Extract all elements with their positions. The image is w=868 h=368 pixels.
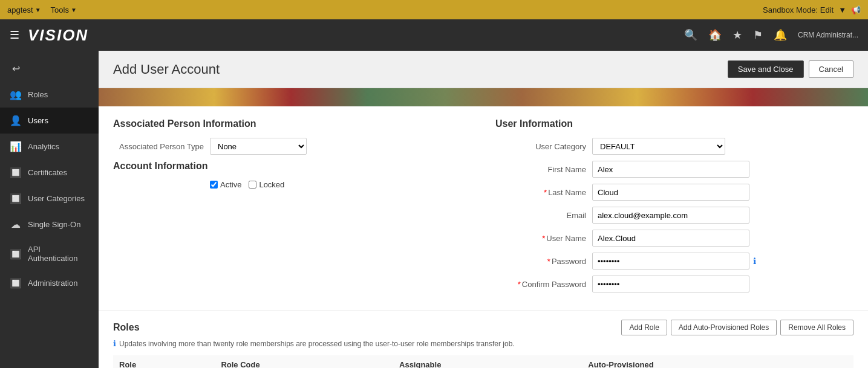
last-name-group: Last Name — [495, 184, 853, 201]
user-info-section-title: User Information — [495, 118, 853, 129]
password-info-icon[interactable]: ℹ — [753, 256, 756, 266]
flag-icon[interactable]: ⚑ — [753, 28, 763, 42]
certificates-icon: 🔲 — [10, 167, 22, 178]
col-assignable: Assignable — [393, 355, 582, 368]
bell-icon[interactable]: 🔔 — [774, 28, 787, 42]
password-group: Password ℹ — [495, 253, 853, 270]
star-icon[interactable]: ★ — [733, 28, 742, 42]
username-label: User Name — [495, 234, 586, 243]
password-input[interactable] — [592, 253, 749, 270]
form-two-columns: Associated Person Information Associated… — [113, 118, 853, 299]
left-column: Associated Person Information Associated… — [113, 118, 471, 299]
last-name-input[interactable] — [592, 184, 749, 201]
roles-table: Role Role Code Assignable Auto-Provision… — [113, 355, 853, 368]
sidebar-sso-label: Single Sign-On — [28, 220, 80, 229]
user-category-select[interactable]: DEFAULT — [592, 138, 725, 155]
add-role-button[interactable]: Add Role — [621, 320, 667, 335]
page-title: Add User Account — [113, 62, 220, 77]
active-locked-group: Active Locked — [210, 180, 471, 189]
roles-info: ℹ Updates involving more than twenty rol… — [113, 339, 853, 348]
username-input[interactable] — [592, 230, 749, 247]
person-type-select[interactable]: None — [210, 138, 307, 155]
header-left: ☰ VISION — [10, 26, 88, 45]
roles-icon: 👥 — [10, 89, 22, 100]
apgtest-arrow: ▼ — [35, 7, 41, 13]
password-label: Password — [495, 257, 586, 266]
locked-label: Locked — [259, 180, 284, 189]
page-header: Add User Account Save and Close Cancel — [99, 51, 868, 88]
sidebar-collapse[interactable]: ↩ — [0, 56, 99, 82]
sidebar-user-categories-label: User Categories — [28, 194, 85, 203]
administration-icon: 🔲 — [10, 277, 22, 289]
tools-arrow: ▼ — [71, 7, 77, 13]
search-icon[interactable]: 🔍 — [684, 28, 697, 42]
email-label: Email — [495, 211, 586, 220]
save-and-close-button[interactable]: Save and Close — [728, 60, 804, 78]
form-area: Associated Person Information Associated… — [99, 106, 868, 311]
sidebar-roles-label: Roles — [28, 90, 48, 99]
tools-label: Tools — [51, 5, 69, 15]
add-auto-provisioned-roles-button[interactable]: Add Auto-Provisioned Roles — [671, 320, 777, 335]
username-group: User Name — [495, 230, 853, 247]
sidebar-administration-label: Administration — [28, 279, 77, 288]
sidebar-item-user-categories[interactable]: 🔲 User Categories — [0, 186, 99, 211]
sidebar-analytics-label: Analytics — [28, 142, 59, 151]
email-input[interactable] — [592, 207, 749, 224]
user-category-label: User Category — [495, 142, 586, 151]
sidebar-item-analytics[interactable]: 📊 Analytics — [0, 134, 99, 160]
confirm-password-input[interactable] — [592, 276, 749, 292]
home-icon[interactable]: 🏠 — [708, 28, 722, 42]
active-label: Active — [220, 180, 241, 189]
sidebar-item-users[interactable]: 👤 Users — [0, 108, 99, 134]
active-checkbox[interactable] — [210, 181, 218, 189]
sidebar-item-roles[interactable]: 👥 Roles — [0, 82, 99, 108]
locked-checkbox[interactable] — [249, 181, 256, 189]
app-logo: VISION — [28, 26, 88, 45]
col-role-code: Role Code — [215, 355, 393, 368]
last-name-label: Last Name — [495, 188, 586, 197]
sidebar-item-certificates[interactable]: 🔲 Certificates — [0, 160, 99, 186]
sidebar-item-single-sign-on[interactable]: ☁ Single Sign-On — [0, 211, 99, 237]
confirm-password-group: Confirm Password — [495, 276, 853, 292]
email-group: Email — [495, 207, 853, 224]
banner-image — [99, 88, 868, 106]
first-name-input[interactable] — [592, 161, 749, 178]
person-type-label: Associated Person Type — [113, 142, 204, 151]
roles-section-title: Roles — [113, 322, 140, 333]
first-name-group: First Name — [495, 161, 853, 178]
sandbox-label: Sandbox Mode: Edit — [763, 5, 834, 15]
main-content: Add User Account Save and Close Cancel A… — [99, 51, 868, 368]
cancel-button[interactable]: Cancel — [809, 60, 853, 78]
header-actions: Save and Close Cancel — [728, 60, 853, 78]
tools-menu[interactable]: Tools ▼ — [51, 5, 77, 15]
sidebar-users-label: Users — [28, 116, 48, 125]
active-checkbox-label[interactable]: Active — [210, 180, 241, 189]
hamburger-menu-icon[interactable]: ☰ — [10, 28, 19, 42]
analytics-icon: 📊 — [10, 141, 22, 152]
header-right: 🔍 🏠 ★ ⚑ 🔔 CRM Administrat... — [684, 28, 858, 42]
collapse-icon: ↩ — [10, 63, 22, 74]
confirm-password-label: Confirm Password — [495, 280, 586, 289]
sidebar-certificates-label: Certificates — [28, 168, 67, 177]
sandbox-arrow: ▼ — [838, 5, 846, 15]
roles-header: Roles Add Role Add Auto-Provisioned Role… — [113, 320, 853, 335]
apgtest-menu[interactable]: apgtest ▼ — [7, 5, 41, 15]
col-role: Role — [113, 355, 215, 368]
col-auto-provisioned: Auto-Provisioned — [582, 355, 853, 368]
sidebar: ↩ 👥 Roles 👤 Users 📊 Analytics 🔲 Certific… — [0, 51, 99, 368]
sidebar-item-api-auth[interactable]: 🔲 API Authentication — [0, 237, 99, 270]
roles-actions: Add Role Add Auto-Provisioned Roles Remo… — [621, 320, 853, 335]
remove-all-roles-button[interactable]: Remove All Roles — [780, 320, 853, 335]
associated-person-section-title: Associated Person Information — [113, 118, 471, 129]
main-layout: ↩ 👥 Roles 👤 Users 📊 Analytics 🔲 Certific… — [0, 51, 868, 368]
first-name-label: First Name — [495, 165, 586, 174]
sidebar-item-administration[interactable]: 🔲 Administration — [0, 270, 99, 296]
locked-checkbox-label[interactable]: Locked — [249, 180, 284, 189]
sidebar-api-auth-label: API Authentication — [28, 245, 89, 263]
account-info-section-title: Account Information — [113, 161, 471, 172]
roles-info-message: Updates involving more than twenty role … — [119, 340, 515, 348]
users-icon: 👤 — [10, 115, 22, 126]
announcement-icon: 📢 — [851, 5, 861, 15]
sso-icon: ☁ — [10, 219, 22, 230]
right-column: User Information User Category DEFAULT F… — [495, 118, 853, 299]
